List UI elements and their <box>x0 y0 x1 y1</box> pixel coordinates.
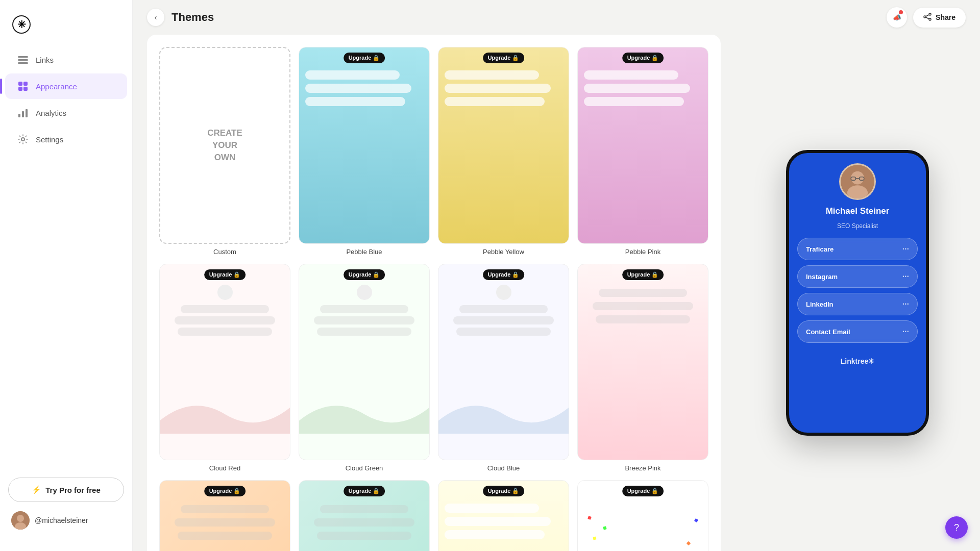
upgrade-badge-breeze-pink: Upgrade 🔒 <box>622 269 664 280</box>
phone-link-instagram[interactable]: Instagram ··· <box>797 265 918 288</box>
link-dots-instagram: ··· <box>902 272 909 281</box>
theme-preview-breeze-green: Upgrade 🔒 <box>299 480 430 551</box>
sidebar-item-links[interactable]: Links <box>5 47 127 72</box>
theme-card-cloud-green[interactable]: Upgrade 🔒 Cloud Gre <box>299 264 430 472</box>
svg-point-16 <box>929 18 931 20</box>
svg-point-12 <box>17 515 24 522</box>
share-label: Share <box>936 13 955 21</box>
sidebar-label-settings: Settings <box>36 135 63 144</box>
upgrade-badge-cloud-green: Upgrade 🔒 <box>344 269 385 280</box>
upgrade-badge-cloud-red: Upgrade 🔒 <box>204 269 246 280</box>
svg-point-15 <box>924 16 926 18</box>
theme-preview-breeze-orange: Upgrade 🔒 <box>159 480 290 551</box>
sidebar-item-analytics[interactable]: Analytics <box>5 100 127 126</box>
theme-preview-cloud-blue: Upgrade 🔒 <box>438 264 569 461</box>
themes-grid: CREATEYOUROWN Custom Upgrade 🔒 Pebb <box>147 35 721 551</box>
help-icon: ? <box>954 522 959 533</box>
upgrade-badge-breeze-orange: Upgrade 🔒 <box>204 486 246 496</box>
upgrade-badge-pebble-yellow: Upgrade 🔒 <box>483 53 525 63</box>
theme-card-cloud-red[interactable]: Upgrade 🔒 Cloud Red <box>159 264 290 472</box>
phone-link-contact-email[interactable]: Contact Email ··· <box>797 320 918 343</box>
theme-preview-pebble-yellow: Upgrade 🔒 <box>438 47 569 244</box>
main-area: ‹ Themes 📣 Share <box>133 0 980 551</box>
theme-preview-breeze-pink: Upgrade 🔒 <box>577 264 708 461</box>
theme-name-cloud-green: Cloud Green <box>346 464 383 472</box>
phone-link-linkedin[interactable]: LinkedIn ··· <box>797 293 918 315</box>
username-label: @michaelsteiner <box>35 516 88 524</box>
link-label-traficare: Traficare <box>806 245 834 253</box>
svg-line-18 <box>926 17 929 19</box>
phone-profile-name: Michael Steiner <box>826 206 890 216</box>
theme-name-custom: Custom <box>213 248 236 256</box>
upgrade-badge-rainbow: Upgrade 🔒 <box>483 486 525 496</box>
phone-links: Traficare ··· Instagram ··· LinkedIn ··· <box>797 238 918 343</box>
theme-card-cloud-blue[interactable]: Upgrade 🔒 Cloud Blu <box>438 264 569 472</box>
topbar-right: 📣 Share <box>887 7 966 28</box>
notification-button[interactable]: 📣 <box>887 7 907 28</box>
theme-preview-cloud-green: Upgrade 🔒 <box>299 264 430 461</box>
megaphone-icon: 📣 <box>893 14 901 21</box>
svg-point-14 <box>929 13 931 15</box>
theme-card-custom[interactable]: CREATEYOUROWN Custom <box>159 47 290 256</box>
link-label-instagram: Instagram <box>806 273 838 281</box>
svg-point-20 <box>851 171 864 185</box>
theme-preview-rainbow: Upgrade 🔒 <box>438 480 569 551</box>
theme-name-cloud-blue: Cloud Blue <box>487 464 520 472</box>
phone-mockup: Michael Steiner SEO Specialist Traficare… <box>786 150 929 436</box>
theme-preview-cloud-red: Upgrade 🔒 <box>159 264 290 461</box>
theme-preview-pebble-pink: Upgrade 🔒 <box>577 47 708 244</box>
app-logo: ✳ <box>12 15 31 34</box>
sidebar-item-appearance[interactable]: Appearance <box>5 73 127 99</box>
svg-rect-9 <box>26 109 28 117</box>
theme-card-breeze-pink[interactable]: Upgrade 🔒 Breeze Pink <box>577 264 708 472</box>
upgrade-badge-confetti: Upgrade 🔒 <box>622 486 664 496</box>
link-label-linkedin: LinkedIn <box>806 300 833 308</box>
upgrade-badge-cloud-blue: Upgrade 🔒 <box>483 269 525 280</box>
links-icon <box>17 54 29 65</box>
sidebar-label-appearance: Appearance <box>36 82 77 91</box>
help-button[interactable]: ? <box>945 516 968 539</box>
theme-card-pebble-yellow[interactable]: Upgrade 🔒 Pebble Yellow <box>438 47 569 256</box>
theme-preview-custom: CREATEYOUROWN <box>159 47 290 244</box>
theme-card-rainbow[interactable]: Upgrade 🔒 Rainbow <box>438 480 569 551</box>
svg-rect-2 <box>18 62 28 64</box>
theme-name-breeze-pink: Breeze Pink <box>625 464 660 472</box>
svg-rect-4 <box>23 82 28 86</box>
phone-profile-subtitle: SEO Specialist <box>837 222 878 230</box>
sidebar-label-links: Links <box>36 56 54 64</box>
sidebar-item-settings[interactable]: Settings <box>5 127 127 152</box>
try-pro-button[interactable]: ⚡ Try Pro for free <box>8 478 124 502</box>
phone-avatar <box>839 163 876 200</box>
upgrade-badge-pebble-pink: Upgrade 🔒 <box>622 53 664 63</box>
theme-preview-pebble-blue: Upgrade 🔒 <box>299 47 430 244</box>
themes-container: CREATEYOUROWN Custom Upgrade 🔒 Pebb <box>133 35 735 551</box>
phone-link-traficare[interactable]: Traficare ··· <box>797 238 918 260</box>
theme-card-breeze-orange[interactable]: Upgrade 🔒 Breeze Orange <box>159 480 290 551</box>
link-dots-linkedin: ··· <box>902 299 909 309</box>
topbar-left: ‹ Themes <box>147 9 214 26</box>
lightning-icon: ⚡ <box>32 485 41 494</box>
svg-rect-0 <box>18 56 28 58</box>
upgrade-badge-breeze-green: Upgrade 🔒 <box>344 486 385 496</box>
sidebar-label-analytics: Analytics <box>36 109 66 117</box>
svg-rect-1 <box>18 59 28 61</box>
sidebar-logo: ✳ <box>0 10 132 46</box>
analytics-icon <box>17 107 29 118</box>
settings-icon <box>17 134 29 145</box>
user-info: @michaelsteiner <box>8 508 124 533</box>
page-title: Themes <box>172 11 214 24</box>
theme-card-confetti[interactable]: Upgrade 🔒 <box>577 480 708 551</box>
theme-card-pebble-blue[interactable]: Upgrade 🔒 Pebble Blue <box>299 47 430 256</box>
share-button[interactable]: Share <box>913 8 966 28</box>
share-icon <box>923 13 932 22</box>
svg-rect-3 <box>18 82 22 86</box>
theme-name-pebble-yellow: Pebble Yellow <box>483 248 524 256</box>
back-button[interactable]: ‹ <box>147 9 164 26</box>
svg-line-17 <box>926 15 929 16</box>
theme-card-pebble-pink[interactable]: Upgrade 🔒 Pebble Pink <box>577 47 708 256</box>
link-dots-contact-email: ··· <box>902 327 909 336</box>
theme-card-breeze-green[interactable]: Upgrade 🔒 Breeze Green <box>299 480 430 551</box>
theme-name-cloud-red: Cloud Red <box>209 464 240 472</box>
notification-dot <box>899 10 903 14</box>
chevron-left-icon: ‹ <box>155 13 157 21</box>
